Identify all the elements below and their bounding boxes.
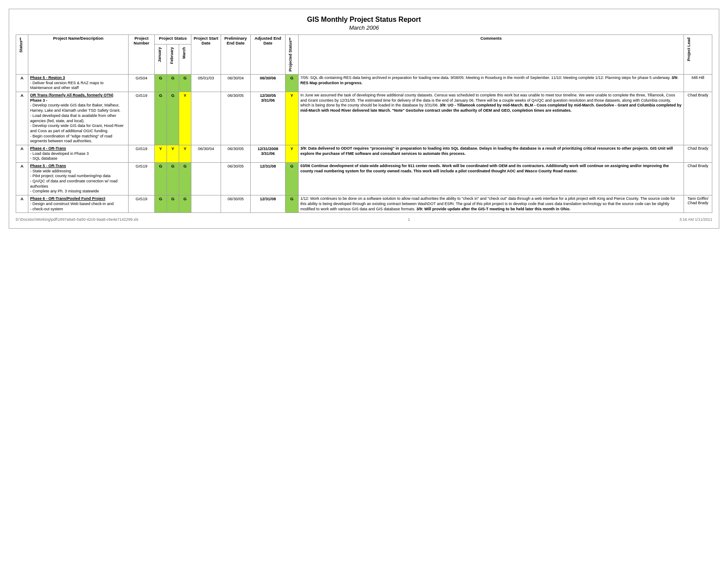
col-header-proj-status: Projected Status** [286,35,299,75]
report-title: GIS Monthly Project Status Report [16,16,712,24]
col-header-start: Project Start Date [191,35,221,75]
cell-jan: G [155,92,167,145]
page: GIS Monthly Project Status Report March … [9,9,719,229]
cell-jan: G [155,163,167,195]
cell-lead: Chad Brady [684,145,712,162]
cell-feb: G [167,75,179,92]
table-row: APhase 5 - OR-Trans- State wide addressi… [16,163,712,195]
table-row: APhase 4 - OR-Trans- Load data developed… [16,145,712,162]
report-subtitle: March 2006 [16,24,712,31]
cell-project-name: Phase 4 - OR-Trans- Load data developed … [28,145,129,162]
cell-start-date [191,195,221,213]
cell-lead: Chad Brady [684,92,712,145]
cell-mar: Y [179,145,191,162]
table-row: APhase 5 - Region 3- Deliver final versi… [16,75,712,92]
cell-lead: Chad Brady [684,163,712,195]
table-row: AOR Trans (formerly All Roads, formerly … [16,92,712,145]
cell-feb: G [167,92,179,145]
cell-start-date [191,163,221,195]
col-header-project-name: Project Name/Description [28,35,129,75]
cell-status: A [16,163,28,195]
cell-status: A [16,92,28,145]
cell-lead: Milt Hill [684,75,712,92]
footer-center: 1 [408,217,410,222]
cell-feb: Y [167,145,179,162]
cell-comments: In June we assumed the task of developin… [299,92,684,145]
cell-jan: G [155,75,167,92]
cell-start-date: 05/01/03 [191,75,221,92]
cell-adj-end: 12/31/08 [251,163,286,195]
cell-project-name: Phase 6 - OR-Trans/Pooled Fund Project- … [28,195,129,213]
cell-proj-status: Y [286,145,299,162]
cell-proj-status: G [286,75,299,92]
col-header-jan: January [155,44,167,74]
footer-left: D:\Docstoc\Working\pdf\1897a6a5-5a50-42c… [16,217,139,222]
cell-mar: G [179,195,191,213]
cell-adj-end: 12/31/20083/31/06 [251,145,286,162]
col-header-lead: Project Lead [684,35,712,75]
col-header-comments: Comments [299,35,684,75]
cell-prelim-end: 06/30/04 [221,75,251,92]
cell-prelim-end: 06/30/05 [221,145,251,162]
cell-comments: 03/06 Continue development of state-wide… [299,163,684,195]
cell-project-number: GIS19 [129,92,155,145]
cell-adj-end: 06/30/06 [251,75,286,92]
cell-status: A [16,75,28,92]
cell-status: A [16,145,28,162]
cell-project-name: Phase 5 - OR-Trans- State wide addressin… [28,163,129,195]
footer: D:\Docstoc\Working\pdf\1897a6a5-5a50-42c… [16,217,712,222]
cell-project-name: Phase 5 - Region 3- Deliver final versio… [28,75,129,92]
cell-start-date [191,92,221,145]
cell-lead: Tami Griffin/Chad Brady [684,195,712,213]
cell-mar: G [179,75,191,92]
cell-mar: Y [179,92,191,145]
cell-comments: 1/12: Work continues to be done on a sof… [299,195,684,213]
col-header-status: Status** [16,35,28,75]
cell-comments: 7/05: SQL db containing RES data being a… [299,75,684,92]
col-header-prelim: Preliminary End Date [221,35,251,75]
cell-feb: G [167,163,179,195]
main-table: Status** Project Name/Description Projec… [16,34,712,213]
cell-project-number: GIS19 [129,195,155,213]
cell-mar: G [179,163,191,195]
cell-proj-status: Y [286,92,299,145]
cell-adj-end: 12/31/08 [251,195,286,213]
col-header-project-num: Project Number [129,35,155,75]
col-header-adj: Adjusted End Date [251,35,286,75]
cell-prelim-end: 06/30/05 [221,163,251,195]
col-header-feb: February [167,44,179,74]
cell-jan: Y [155,145,167,162]
cell-comments: 3/9: Data delivered to ODOT requires "pr… [299,145,684,162]
cell-prelim-end: 06/30/05 [221,92,251,145]
cell-project-number: GIS04 [129,75,155,92]
cell-project-number: GIS19 [129,163,155,195]
cell-start-date: 06/30/04 [191,145,221,162]
cell-project-number: GIS19 [129,145,155,162]
cell-feb: G [167,195,179,213]
col-header-mar: March [179,44,191,74]
footer-right: 3:16 AM 1/11/2011 [679,217,712,222]
cell-proj-status: G [286,163,299,195]
cell-status: A [16,195,28,213]
cell-proj-status: G [286,195,299,213]
cell-project-name: OR Trans (formerly All Roads, formerly O… [28,92,129,145]
table-row: APhase 6 - OR-Trans/Pooled Fund Project-… [16,195,712,213]
cell-jan: G [155,195,167,213]
cell-adj-end: 12/30/053/31/06 [251,92,286,145]
project-status-group: Project Status [155,35,191,45]
cell-prelim-end: 06/30/05 [221,195,251,213]
